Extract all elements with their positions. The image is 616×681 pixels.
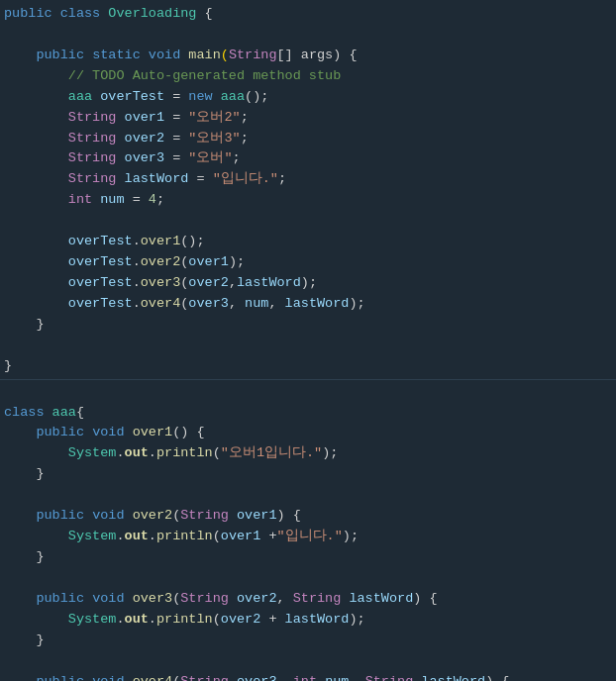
token: );: [349, 612, 364, 627]
token: [4, 171, 68, 186]
token: num: [100, 192, 124, 207]
code-line: [0, 485, 616, 506]
token: 4: [149, 192, 156, 207]
token: void: [149, 48, 189, 62]
token: ();: [180, 234, 204, 248]
code-text: System.out.println(over1 +"입니다.");: [4, 527, 608, 547]
token: aaa: [221, 89, 245, 104]
token: void: [92, 425, 133, 439]
token: ;: [241, 110, 249, 125]
token: =: [164, 131, 188, 146]
token: println: [156, 529, 213, 543]
token: "오버1입니다.": [221, 445, 322, 460]
token: overTest: [68, 275, 133, 290]
code-text: [4, 211, 608, 232]
token: [4, 110, 68, 125]
code-line: public void over3(String over2, String l…: [0, 589, 616, 610]
token: [229, 508, 237, 523]
token: lastWord: [285, 296, 350, 311]
token: out: [125, 612, 149, 627]
token: [4, 445, 68, 460]
token: "오버3": [188, 131, 240, 146]
code-line: String over2 = "오버3";: [0, 129, 616, 149]
token: );: [301, 275, 317, 290]
code-line: String over1 = "오버2";: [0, 108, 616, 129]
token: .: [149, 445, 156, 460]
code-line: [0, 651, 616, 672]
token: [4, 68, 68, 83]
token: "입니다.": [213, 171, 278, 186]
token: [] args) {: [276, 48, 357, 62]
token: "오버2": [188, 110, 240, 125]
code-text: // TODO Auto-generated method stub: [4, 66, 608, 87]
token: }: [4, 466, 45, 481]
code-text: public static void main(String[] args) {: [4, 46, 608, 66]
token: public: [36, 508, 92, 523]
token: over2: [141, 254, 181, 269]
token: ;: [278, 171, 286, 186]
code-text: }: [4, 315, 608, 336]
code-text: public class Overloading {: [4, 4, 608, 25]
token: +: [260, 529, 276, 543]
code-text: System.out.println(over2 + lastWord);: [4, 610, 608, 631]
token: ,: [229, 296, 245, 311]
code-line: public static void main(String[] args) {: [0, 46, 616, 66]
token: over3: [141, 275, 181, 290]
token: ;: [156, 192, 164, 207]
token: lastWord: [285, 612, 350, 627]
token: {: [76, 405, 84, 420]
token: over2: [125, 131, 165, 146]
token: [4, 425, 36, 439]
token: [4, 234, 68, 248]
token: String: [68, 171, 117, 186]
token: [4, 296, 68, 311]
token: static: [92, 48, 149, 62]
token: over1: [188, 254, 229, 269]
token: "오버": [188, 150, 232, 165]
token: .: [149, 529, 156, 543]
token: String: [180, 508, 229, 523]
code-line: System.out.println(over1 +"입니다.");: [0, 527, 616, 547]
token: =: [125, 192, 149, 207]
token: }: [4, 632, 45, 647]
code-text: public void over1() {: [4, 423, 608, 443]
token: +: [260, 612, 284, 627]
token: .: [133, 275, 141, 290]
token: overTest: [68, 234, 133, 248]
token: lastWord: [125, 171, 189, 186]
token: =: [164, 150, 188, 165]
token: ;: [233, 150, 241, 165]
code-line: [0, 211, 616, 232]
token: [4, 48, 36, 62]
token: class: [60, 6, 109, 21]
token: over2: [133, 508, 173, 523]
code-text: [4, 336, 608, 356]
token: ;: [241, 131, 249, 146]
token: num: [245, 296, 268, 311]
code-editor: public class Overloading { public static…: [0, 0, 616, 681]
token: );: [343, 529, 359, 543]
token: ,: [268, 296, 284, 311]
token: over1: [237, 508, 277, 523]
token: .: [133, 234, 141, 248]
token: System: [68, 445, 117, 460]
token: lastWord: [237, 275, 301, 290]
token: public: [36, 591, 92, 606]
code-text: String over3 = "오버";: [4, 148, 608, 169]
token: [317, 674, 325, 682]
code-text: System.out.println("오버1입니다.");: [4, 443, 608, 464]
code-text: overTest.over3(over2,lastWord);: [4, 273, 608, 294]
token: public: [36, 48, 92, 62]
code-text: String lastWord = "입니다.";: [4, 169, 608, 190]
code-line: overTest.over1();: [0, 232, 616, 252]
token: }: [4, 549, 45, 564]
token: System: [68, 529, 117, 543]
token: ) {: [277, 508, 301, 523]
token: =: [164, 89, 188, 104]
token: void: [92, 508, 133, 523]
token: over4: [141, 296, 181, 311]
token: =: [164, 110, 188, 125]
code-text: [4, 382, 608, 403]
token: ,: [349, 674, 364, 682]
token: Auto-generated method stub: [125, 68, 342, 83]
